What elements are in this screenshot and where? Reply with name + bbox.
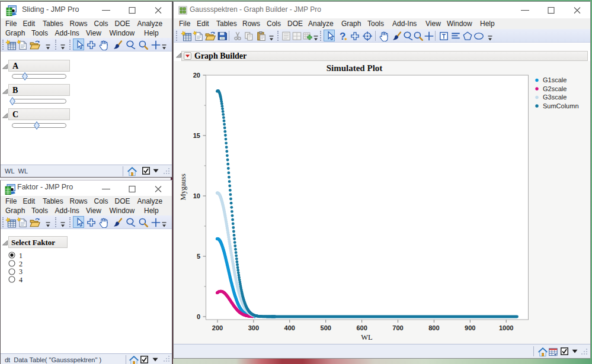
- svg-text:200: 200: [212, 324, 223, 331]
- svg-text:900: 900: [465, 324, 475, 331]
- svg-text:5: 5: [197, 253, 200, 260]
- svg-text:G2scale: G2scale: [543, 85, 567, 92]
- svg-text:G1scale: G1scale: [543, 76, 567, 83]
- svg-text:WL: WL: [361, 333, 372, 342]
- svg-text:500: 500: [321, 324, 331, 331]
- svg-text:G3scale: G3scale: [543, 94, 567, 101]
- svg-text:400: 400: [284, 324, 295, 331]
- svg-text:600: 600: [356, 324, 367, 331]
- svg-text:Mygauss: Mygauss: [179, 173, 187, 200]
- svg-text:20: 20: [193, 72, 200, 79]
- svg-text:800: 800: [428, 324, 439, 331]
- svg-text:700: 700: [392, 324, 403, 331]
- svg-text:Simulated Plot: Simulated Plot: [327, 63, 383, 73]
- svg-text:300: 300: [248, 324, 259, 331]
- svg-text:1000: 1000: [499, 324, 513, 331]
- svg-text:0: 0: [197, 313, 200, 320]
- svg-text:SumColumn: SumColumn: [543, 102, 579, 109]
- svg-text:?: ?: [340, 31, 345, 41]
- svg-text:10: 10: [193, 192, 200, 199]
- svg-text:15: 15: [193, 132, 200, 139]
